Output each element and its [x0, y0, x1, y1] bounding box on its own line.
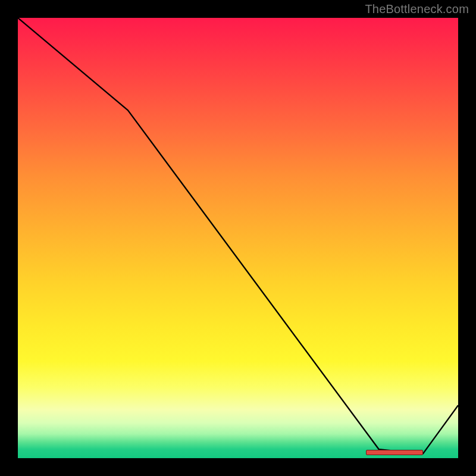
chart-plot-area — [18, 18, 458, 458]
chart-line — [18, 18, 458, 458]
attribution-text: TheBottleneck.com — [365, 2, 469, 16]
chart-optimal-marker — [366, 450, 423, 455]
